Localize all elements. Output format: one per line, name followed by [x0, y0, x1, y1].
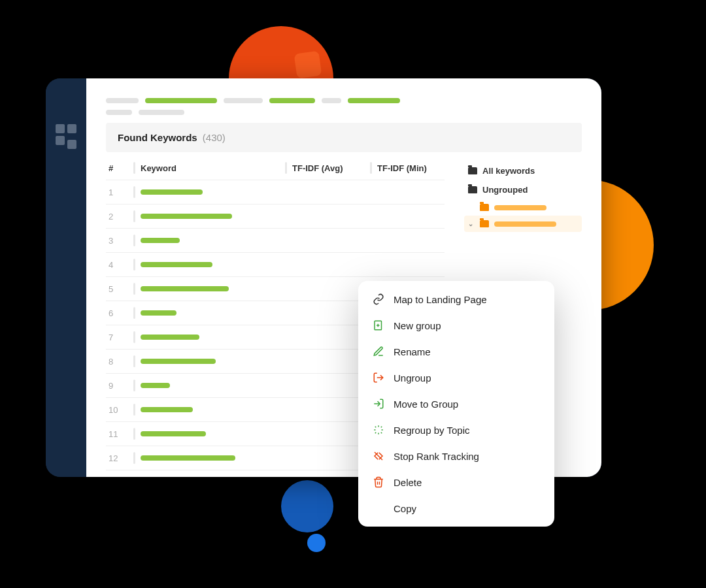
col-avg: TF-IDF (Avg)	[292, 163, 343, 173]
row-number: 6	[109, 308, 127, 318]
menu-regroup-topic[interactable]: Regroup by Topic	[358, 417, 554, 443]
link-icon	[373, 293, 384, 305]
row-number: 3	[109, 236, 127, 246]
menu-stop-tracking[interactable]: Stop Rank Tracking	[358, 443, 554, 469]
keyword-bar	[141, 310, 176, 316]
menu-label: Move to Group	[394, 399, 458, 410]
crumb-placeholder	[139, 110, 184, 115]
crumb-placeholder	[348, 98, 400, 103]
col-num: #	[109, 163, 127, 173]
context-menu: Map to Landing Page New group Rename Ung…	[358, 281, 554, 527]
folder-icon	[480, 220, 489, 227]
dashboard-icon[interactable]	[56, 124, 76, 477]
crumb-placeholder	[224, 98, 263, 103]
keyword-bar	[141, 189, 203, 195]
section-header: Found Keywords (430)	[106, 123, 582, 152]
menu-label: Stop Rank Tracking	[394, 451, 479, 462]
keyword-bar	[141, 238, 180, 243]
filter-all-keywords[interactable]: All keywords	[464, 161, 582, 180]
folder-icon	[468, 186, 477, 193]
col-keyword: Keyword	[141, 163, 176, 173]
col-min: TF-IDF (Min)	[377, 163, 427, 173]
keyword-bar	[141, 455, 235, 461]
chevron-down-icon: ⌄	[468, 220, 475, 227]
table-row[interactable]: 4	[106, 253, 445, 277]
crumb-placeholder	[106, 110, 132, 115]
keyword-bar	[141, 262, 212, 267]
row-number: 4	[109, 260, 127, 270]
menu-label: Copy	[394, 503, 416, 514]
filter-group-item[interactable]	[464, 199, 582, 216]
crumb-placeholder	[145, 98, 217, 103]
row-number: 2	[109, 212, 127, 221]
menu-label: New group	[394, 320, 441, 331]
row-number: 1	[109, 188, 127, 197]
decorative-circle	[281, 480, 333, 532]
folder-icon	[480, 204, 489, 211]
menu-rename[interactable]: Rename	[358, 338, 554, 365]
table-row[interactable]: 3	[106, 229, 445, 253]
sidebar	[46, 78, 86, 477]
group-placeholder	[494, 205, 546, 210]
login-icon	[373, 398, 384, 410]
keyword-bar	[141, 335, 199, 340]
filter-ungrouped[interactable]: Ungrouped	[464, 180, 582, 199]
filter-label: Ungrouped	[482, 185, 528, 195]
row-number: 5	[109, 284, 127, 294]
logout-icon	[373, 372, 384, 384]
row-number: 7	[109, 333, 127, 342]
keyword-bar	[141, 214, 232, 219]
row-number: 10	[109, 405, 127, 415]
table-row[interactable]: 2	[106, 204, 445, 229]
menu-delete[interactable]: Delete	[358, 469, 554, 495]
menu-label: Regroup by Topic	[394, 425, 469, 436]
row-number: 11	[109, 429, 127, 439]
keyword-bar	[141, 383, 170, 388]
breadcrumb	[106, 98, 582, 103]
trash-icon	[373, 476, 384, 488]
keyword-bar	[141, 359, 216, 364]
menu-new-group[interactable]: New group	[358, 312, 554, 338]
row-number: 12	[109, 453, 127, 463]
menu-label: Rename	[394, 346, 431, 357]
keyword-bar	[141, 431, 206, 436]
menu-label: Ungroup	[394, 372, 431, 384]
decorative-square	[294, 51, 322, 79]
decorative-circle	[307, 534, 326, 552]
magic-icon	[373, 424, 384, 436]
filter-label: All keywords	[482, 166, 535, 176]
crumb-placeholder	[106, 98, 139, 103]
menu-label: Delete	[394, 477, 422, 488]
keyword-bar	[141, 407, 193, 412]
filter-group-item-selected[interactable]: ⌄	[464, 216, 582, 232]
edit-icon	[373, 346, 384, 357]
section-title: Found Keywords	[118, 132, 197, 143]
crumb-placeholder	[269, 98, 315, 103]
row-number: 9	[109, 381, 127, 391]
menu-map-landing[interactable]: Map to Landing Page	[358, 286, 554, 312]
menu-move-group[interactable]: Move to Group	[358, 391, 554, 417]
menu-ungroup[interactable]: Ungroup	[358, 365, 554, 391]
table-header: # Keyword TF-IDF (Avg) TF-IDF (Min)	[106, 156, 445, 180]
unlink-icon	[373, 450, 384, 462]
keyword-bar	[141, 286, 229, 291]
add-file-icon	[373, 319, 384, 331]
group-placeholder	[494, 221, 556, 227]
menu-label: Map to Landing Page	[394, 294, 487, 305]
row-number: 8	[109, 357, 127, 367]
crumb-placeholder	[322, 98, 341, 103]
section-count: (430)	[203, 132, 226, 143]
folder-icon	[468, 167, 477, 174]
blank-icon	[373, 502, 384, 514]
table-row[interactable]: 1	[106, 180, 445, 204]
breadcrumb-row2	[106, 110, 582, 115]
menu-copy[interactable]: Copy	[358, 495, 554, 521]
